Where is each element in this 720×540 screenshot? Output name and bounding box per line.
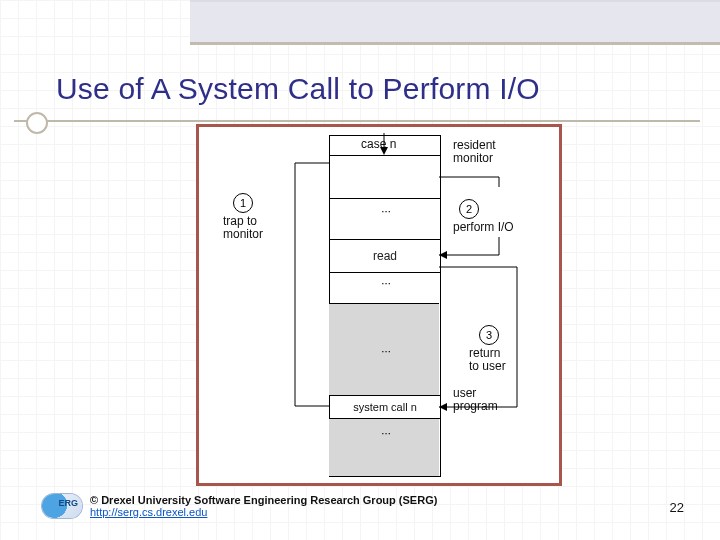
svg-marker-0 <box>380 147 388 155</box>
svg-marker-1 <box>439 251 447 259</box>
serg-logo: ERG <box>42 494 82 518</box>
title-underline <box>14 120 700 122</box>
slide-title: Use of A System Call to Perform I/O <box>56 72 540 106</box>
footer: © Drexel University Software Engineering… <box>90 494 680 518</box>
footer-link[interactable]: http://serg.cs.drexel.edu <box>90 506 207 518</box>
serg-logo-text: ERG <box>58 499 78 508</box>
diagram-arrows <box>199 127 559 483</box>
svg-marker-2 <box>439 403 447 411</box>
slide-header-bar <box>190 0 720 45</box>
footer-copyright: © Drexel University Software Engineering… <box>90 494 437 506</box>
page-number: 22 <box>670 500 684 515</box>
diagram-canvas: case n read system call n · · · · · · · … <box>196 124 562 486</box>
title-underline-knob <box>26 112 48 134</box>
